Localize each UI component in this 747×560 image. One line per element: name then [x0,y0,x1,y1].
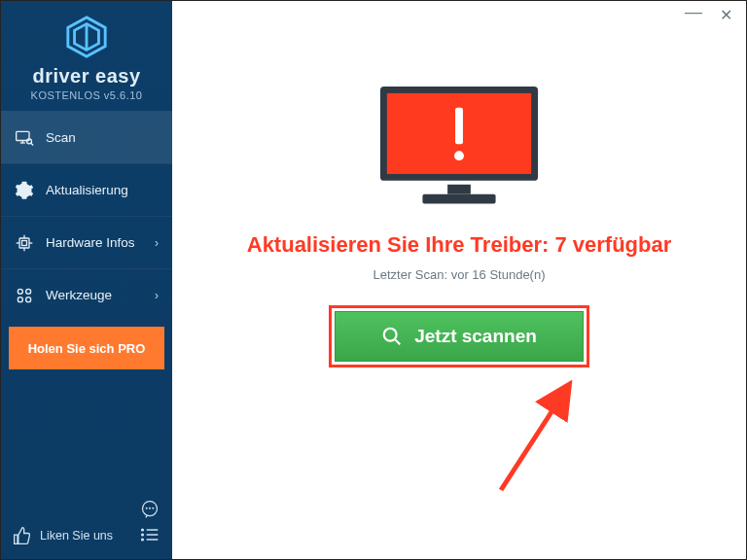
brand-name: driver easy [32,65,140,88]
gear-icon [15,181,34,200]
sidebar-footer: Liken Sie uns [1,489,172,559]
sidebar-item-label: Scan [46,130,76,145]
last-scan-text: Letzter Scan: vor 16 Stunde(n) [373,267,545,282]
svg-line-35 [395,339,400,344]
chevron-right-icon: › [155,289,159,302]
sidebar-nav: Scan Aktualisierung Hardware Infos › [1,111,172,321]
svg-point-16 [18,297,22,301]
svg-point-17 [26,297,31,301]
sidebar-item-label: Aktualisierung [46,183,128,197]
thumbs-up-icon [13,526,32,545]
svg-rect-30 [447,185,471,194]
headline: Aktualisieren Sie Ihre Treiber: 7 verfüg… [247,232,672,258]
sidebar-item-update[interactable]: Aktualisierung [1,163,172,216]
sidebar: driver easy KOSTENLOS v5.6.10 Scan Aktua… [1,1,172,559]
search-icon [381,326,403,347]
brand: driver easy KOSTENLOS v5.6.10 [1,1,172,111]
svg-point-20 [150,508,151,508]
sidebar-item-hardware[interactable]: Hardware Infos › [1,216,172,268]
get-pro-button[interactable]: Holen Sie sich PRO [9,327,164,369]
chevron-right-icon: › [155,236,159,250]
svg-point-34 [384,329,397,341]
svg-point-15 [26,289,31,294]
svg-point-21 [153,508,154,508]
chip-icon [15,233,34,253]
svg-rect-9 [22,240,27,245]
sidebar-item-label: Hardware Infos [46,235,135,250]
svg-point-33 [454,151,464,160]
annotation-arrow-icon [491,378,598,495]
scan-button-wrap: Jetzt scannen [335,311,584,362]
svg-line-7 [31,143,33,145]
svg-point-26 [142,539,144,541]
get-pro-label: Holen Sie sich PRO [28,341,146,356]
sidebar-item-tools[interactable]: Werkzeuge › [1,268,172,321]
feedback-icon[interactable] [139,499,160,520]
svg-line-36 [501,388,567,490]
scan-now-button[interactable]: Jetzt scannen [335,311,584,362]
scan-now-label: Jetzt scannen [414,326,537,347]
svg-point-19 [146,508,147,508]
list-icon[interactable] [139,524,160,545]
svg-point-14 [18,289,22,294]
main-content: Aktualisieren Sie Ihre Treiber: 7 verfüg… [172,1,746,559]
sidebar-item-label: Werkzeuge [46,288,112,302]
svg-point-22 [142,529,144,531]
svg-rect-32 [455,108,463,145]
monitor-search-icon [15,128,34,148]
svg-rect-31 [422,194,495,204]
alert-monitor-icon [373,81,546,215]
app-window: — ✕ driver easy KOSTENLOS v5.6.10 Sc [0,0,747,560]
svg-point-24 [142,534,144,536]
brand-version: KOSTENLOS v5.6.10 [31,89,143,101]
like-us-button[interactable]: Liken Sie uns [13,526,113,545]
app-logo-icon [64,15,109,59]
like-us-label: Liken Sie uns [40,529,113,542]
sidebar-item-scan[interactable]: Scan [1,111,172,163]
svg-rect-8 [19,238,29,248]
tools-icon [15,286,34,305]
